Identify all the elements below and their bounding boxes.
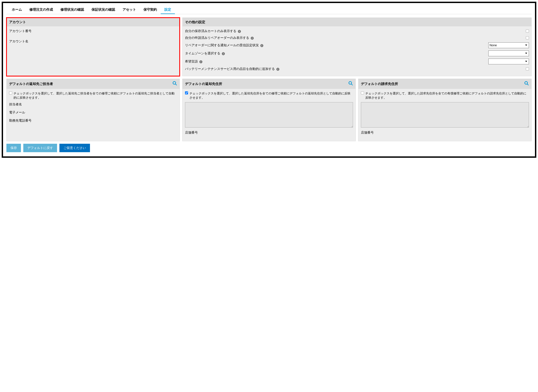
search-icon[interactable] (172, 81, 177, 87)
show-own-carts-checkbox[interactable] (526, 30, 529, 33)
account-panel-header: アカウント (7, 18, 180, 26)
billing-address-header: デフォルトの請求先住所 (361, 82, 398, 86)
svg-line-5 (527, 84, 529, 85)
account-panel: アカウント アカウント番号 アカウント名 (6, 18, 180, 76)
action-buttons: 保存 デフォルトに戻す ご留意ください (6, 144, 532, 152)
return-contact-header: デフォルトの返却先ご担当者 (9, 82, 53, 86)
info-icon[interactable]: i (276, 68, 279, 71)
return-address-default-checkbox[interactable] (185, 91, 188, 94)
repair-order-notify-select[interactable]: None (488, 42, 529, 48)
billing-address-default-checkbox[interactable] (361, 91, 364, 94)
contact-name-label: 担当者名 (9, 102, 177, 107)
search-icon[interactable] (348, 81, 353, 87)
info-icon[interactable]: i (251, 37, 254, 40)
info-icon[interactable]: i (238, 30, 241, 33)
battery-auto-add-checkbox[interactable] (526, 67, 529, 70)
contact-email-label: 電子メール (9, 110, 177, 115)
timezone-label: タイムゾーンを選択する i (185, 51, 487, 56)
info-icon[interactable]: i (222, 52, 225, 55)
other-settings-panel: その他の設定 自分の保存済みカートのみ表示する i 自分の申請済みリペアオーダー… (182, 18, 532, 76)
language-select[interactable] (488, 59, 529, 64)
billing-address-checkbox-text: チェックボックスを選択して、選択した請求先住所を全ての有償修理ご依頼にデフォルト… (365, 91, 529, 100)
show-own-carts-label: 自分の保存済みカートのみ表示する i (185, 29, 524, 33)
tab-warranty-status[interactable]: 保証状況の確認 (88, 5, 119, 14)
tab-assets[interactable]: アセット (119, 5, 140, 14)
search-icon[interactable] (524, 81, 529, 87)
svg-point-0 (173, 82, 176, 84)
contact-phone-label: 勤務先電話番号 (9, 118, 177, 123)
billing-address-panel: デフォルトの請求先住所 チェックボックスを選択して、選択した請求先住所を全ての有… (358, 79, 532, 141)
return-contact-checkbox-text: チェックボックスを選択して、選択した返却先ご担当者を全ての修理ご依頼にデフォルト… (14, 91, 177, 100)
reset-button[interactable]: デフォルトに戻す (23, 144, 57, 152)
return-address-panel: デフォルトの返却先住所 チェックボックスを選択して、選択した返却先住所を全ての修… (182, 79, 356, 141)
nav-tabs: ホーム 修理注文の作成 修理状況の確認 保証状況の確認 アセット 保守契約 設定 (6, 5, 532, 14)
tab-home[interactable]: ホーム (8, 5, 26, 14)
svg-point-2 (349, 82, 352, 84)
info-icon[interactable]: i (199, 60, 202, 63)
note-button[interactable]: ご留意ください (59, 144, 90, 152)
tab-create-repair-order[interactable]: 修理注文の作成 (26, 5, 57, 14)
app-frame: ホーム 修理注文の作成 修理状況の確認 保証状況の確認 アセット 保守契約 設定… (2, 2, 536, 158)
svg-point-4 (525, 82, 528, 84)
return-address-textarea[interactable] (185, 102, 353, 127)
return-store-label: 店舗番号 (185, 130, 353, 135)
language-label: 希望言語 i (185, 59, 487, 64)
svg-line-1 (175, 84, 177, 85)
tab-settings[interactable]: 設定 (161, 5, 175, 14)
show-own-repair-orders-label: 自分の申請済みリペアオーダーのみ表示する i (185, 36, 524, 40)
timezone-select[interactable] (488, 51, 529, 56)
repair-order-notify-label: リペアオーダーに関する通知メールの受信設定状況 i (185, 43, 487, 47)
billing-store-label: 店舗番号 (361, 130, 529, 135)
account-name-label: アカウント名 (9, 39, 177, 44)
return-contact-panel: デフォルトの返却先ご担当者 チェックボックスを選択して、選択した返却先ご担当者を… (6, 79, 180, 141)
return-address-checkbox-text: チェックボックスを選択して、選択した返却先住所を全ての修理ご依頼にデフォルトの返… (189, 91, 353, 100)
show-own-repair-orders-checkbox[interactable] (526, 36, 529, 39)
return-contact-default-checkbox[interactable] (9, 91, 12, 94)
info-icon[interactable]: i (260, 44, 263, 47)
account-number-label: アカウント番号 (9, 29, 177, 33)
tab-repair-status[interactable]: 修理状況の確認 (57, 5, 88, 14)
svg-line-3 (351, 84, 353, 85)
billing-address-textarea[interactable] (361, 102, 529, 127)
battery-auto-add-label: バッテリーメンテナンスサービス用の品目を自動的に追加する i (185, 67, 524, 71)
save-button[interactable]: 保存 (6, 144, 21, 152)
return-address-header: デフォルトの返却先住所 (185, 82, 222, 86)
tab-service-contracts[interactable]: 保守契約 (140, 5, 161, 14)
other-settings-header: その他の設定 (182, 18, 531, 26)
